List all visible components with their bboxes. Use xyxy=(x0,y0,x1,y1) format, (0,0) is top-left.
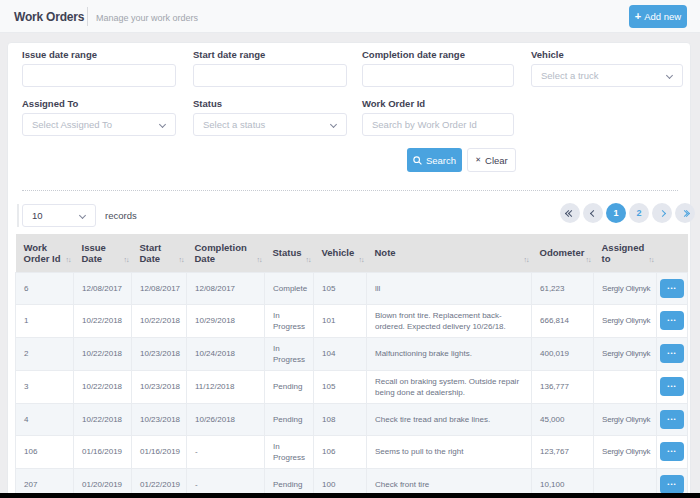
issue-date-input[interactable] xyxy=(22,64,176,87)
assigned-to-select[interactable]: Select Assigned To xyxy=(22,113,176,136)
cell-note: Blown front tire. Replacement back-order… xyxy=(367,304,532,337)
records-per-page-select[interactable]: 10 xyxy=(22,204,96,227)
row-actions-button[interactable]: ••• xyxy=(660,442,684,461)
page-button-2[interactable]: 2 xyxy=(629,203,649,223)
page-header: Work Orders Manage your work orders + Ad… xyxy=(0,0,700,33)
issue-date-label: Issue date range xyxy=(22,49,97,60)
row-actions-button[interactable]: ••• xyxy=(660,410,684,429)
column-header[interactable]: Completion Date↑↓ xyxy=(187,234,265,272)
row-actions-button[interactable]: ••• xyxy=(660,377,684,396)
clear-button[interactable]: ✕ Clear xyxy=(467,148,516,172)
cell-actions: ••• xyxy=(657,435,688,468)
cell-start-date: 10/22/2018 xyxy=(132,304,187,337)
search-button[interactable]: Search xyxy=(407,148,462,172)
clear-label: Clear xyxy=(485,155,508,166)
ellipsis-icon: ••• xyxy=(667,348,676,359)
row-actions-button[interactable]: ••• xyxy=(660,311,684,330)
column-header[interactable]: Work Order Id↑↓ xyxy=(16,234,74,272)
cell-actions: ••• xyxy=(657,403,688,435)
column-header[interactable]: Assigned to↑↓ xyxy=(594,234,657,272)
table-row: 6 12/08/2017 12/08/2017 12/08/2017 Compl… xyxy=(16,272,688,304)
table-row: 4 10/22/2018 10/23/2018 10/26/2018 Pendi… xyxy=(16,403,688,435)
cell-vehicle: 106 xyxy=(314,435,367,468)
page-title: Work Orders xyxy=(14,10,84,24)
cell-completion-date: 12/08/2017 xyxy=(187,272,265,304)
cell-completion-date: 11/12/2018 xyxy=(187,370,265,403)
records-label: records xyxy=(105,210,137,221)
cell-start-date: 10/23/2018 xyxy=(132,337,187,370)
vehicle-select[interactable]: Select a truck xyxy=(531,64,683,87)
work-order-id-input[interactable]: Search by Work Order Id xyxy=(362,113,514,136)
add-new-button[interactable]: + Add new xyxy=(629,5,687,28)
bottom-bar xyxy=(0,493,700,498)
ellipsis-icon: ••• xyxy=(667,283,676,294)
column-header[interactable]: Start Date↑↓ xyxy=(132,234,187,272)
page-subtitle: Manage your work orders xyxy=(96,13,198,23)
work-order-id-placeholder: Search by Work Order Id xyxy=(372,119,477,130)
cell-work-order-id: 4 xyxy=(16,403,74,435)
page-button-1[interactable]: 1 xyxy=(606,203,626,223)
column-header[interactable]: Odometer↑↓ xyxy=(532,234,594,272)
chevron-down-icon xyxy=(79,212,86,219)
cell-work-order-id: 106 xyxy=(16,435,74,468)
pagination: 1 2 xyxy=(560,203,695,223)
cell-assigned-to: Sergiy Oliynyk xyxy=(594,304,657,337)
cell-completion-date: 10/24/2018 xyxy=(187,337,265,370)
vehicle-placeholder: Select a truck xyxy=(541,70,599,81)
ellipsis-icon: ••• xyxy=(667,446,676,457)
cell-issue-date: 12/08/2017 xyxy=(74,272,132,304)
cell-actions: ••• xyxy=(657,370,688,403)
last-page-button[interactable] xyxy=(675,203,695,223)
cell-assigned-to xyxy=(594,370,657,403)
table-row: 106 01/16/2019 01/16/2019 - In Progress … xyxy=(16,435,688,468)
cell-note: Recall on braking system. Outside repair… xyxy=(367,370,532,403)
row-actions-button[interactable]: ••• xyxy=(660,344,684,363)
column-header[interactable]: Vehicle↑↓ xyxy=(314,234,367,272)
table-row: 2 10/22/2018 10/23/2018 10/24/2018 In Pr… xyxy=(16,337,688,370)
cell-status: In Progress xyxy=(265,304,314,337)
start-date-label: Start date range xyxy=(193,49,265,60)
records-divider xyxy=(17,204,19,227)
cell-odometer: 123,767 xyxy=(532,435,594,468)
sort-icon: ↑↓ xyxy=(586,256,591,263)
chevron-down-icon xyxy=(330,121,337,128)
cell-completion-date: 10/29/2018 xyxy=(187,304,265,337)
row-actions-button[interactable]: ••• xyxy=(660,279,684,298)
sort-icon: ↑↓ xyxy=(649,256,654,263)
first-page-icon xyxy=(568,209,575,216)
column-header[interactable]: Issue Date↑↓ xyxy=(74,234,132,272)
cell-completion-date: 10/26/2018 xyxy=(187,403,265,435)
cell-status: Pending xyxy=(265,403,314,435)
cell-odometer: 136,777 xyxy=(532,370,594,403)
cell-status: Pending xyxy=(265,370,314,403)
status-label: Status xyxy=(193,98,222,109)
sort-icon: ↑↓ xyxy=(124,256,129,263)
prev-page-button[interactable] xyxy=(583,203,603,223)
start-date-input[interactable] xyxy=(193,64,347,87)
cell-assigned-to: Sergiy Oliynyk xyxy=(594,403,657,435)
chevron-down-icon xyxy=(666,72,673,79)
completion-date-input[interactable] xyxy=(362,64,514,87)
cell-issue-date: 01/16/2019 xyxy=(74,435,132,468)
column-header[interactable]: Status↑↓ xyxy=(265,234,314,272)
cell-status: In Progress xyxy=(265,435,314,468)
ellipsis-icon: ••• xyxy=(667,414,676,425)
status-select[interactable]: Select a status xyxy=(193,113,347,136)
ellipsis-icon: ••• xyxy=(667,315,676,326)
row-actions-button[interactable]: ••• xyxy=(660,475,684,494)
section-divider xyxy=(22,190,678,191)
cell-vehicle: 101 xyxy=(314,304,367,337)
first-page-button[interactable] xyxy=(560,203,580,223)
column-header[interactable]: Note↑↓ xyxy=(367,234,532,272)
next-page-button[interactable] xyxy=(652,203,672,223)
cell-work-order-id: 3 xyxy=(16,370,74,403)
status-placeholder: Select a status xyxy=(203,119,265,130)
sort-icon: ↑↓ xyxy=(306,256,311,263)
search-icon xyxy=(413,156,422,165)
cell-odometer: 666,814 xyxy=(532,304,594,337)
page-2-label: 2 xyxy=(636,208,641,218)
cell-issue-date: 10/22/2018 xyxy=(74,403,132,435)
cell-note: Seems to pull to the right xyxy=(367,435,532,468)
cell-vehicle: 104 xyxy=(314,337,367,370)
cell-actions: ••• xyxy=(657,272,688,304)
